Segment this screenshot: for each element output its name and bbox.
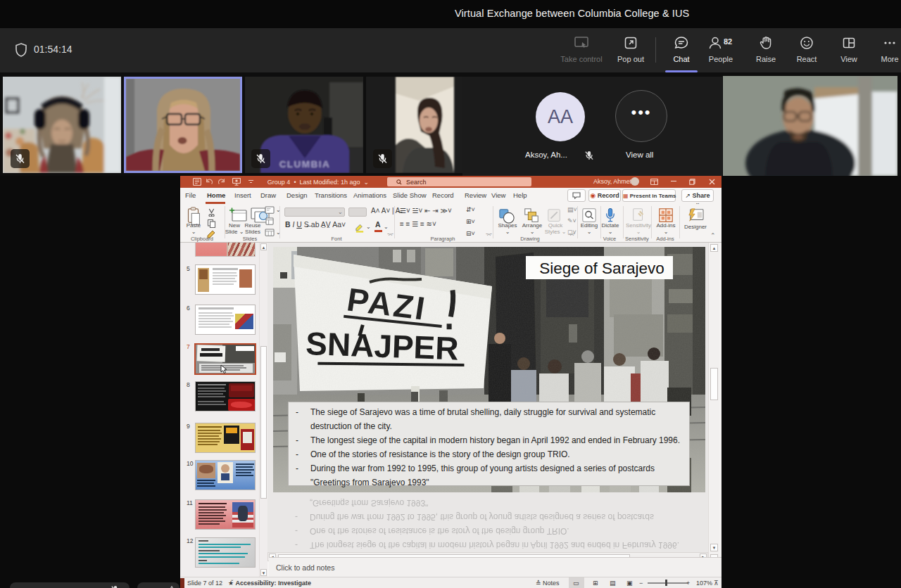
svg-text:82: 82 (724, 37, 732, 46)
svg-text:Siege of Sarajevo: Siege of Sarajevo (539, 260, 664, 277)
svg-text:CLUMBIA: CLUMBIA (279, 159, 331, 170)
